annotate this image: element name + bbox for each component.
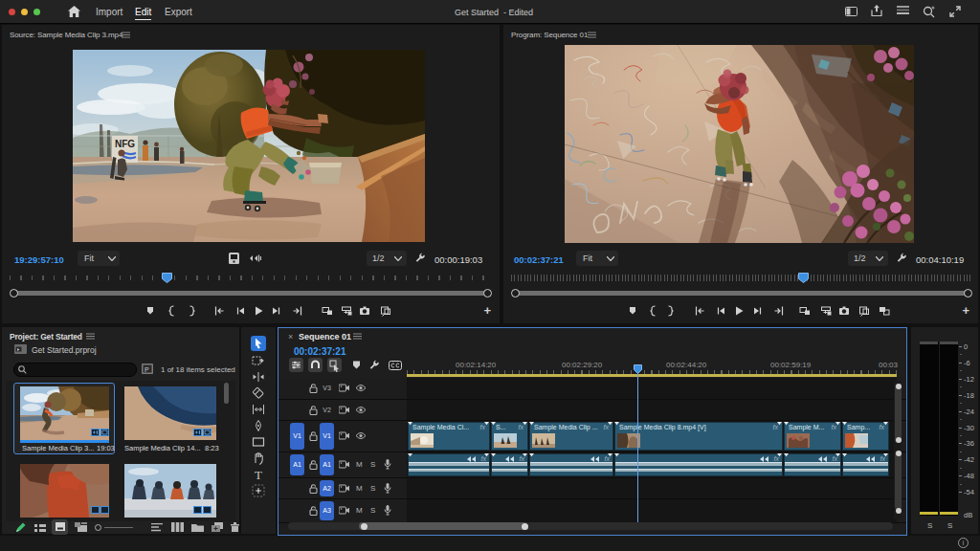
svg-text:P: P — [145, 366, 149, 373]
svg-text:NFG: NFG — [115, 139, 135, 149]
svg-text:T: T — [255, 468, 262, 482]
